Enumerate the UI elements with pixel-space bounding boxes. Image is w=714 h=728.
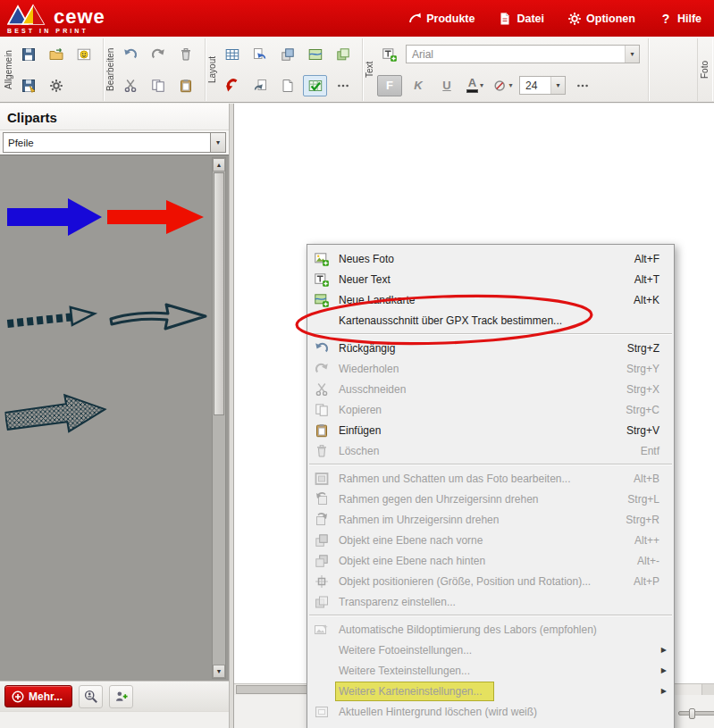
menu-icon-spacer — [315, 664, 329, 678]
grid-button[interactable] — [220, 44, 244, 65]
menu-item-automatische-bildoptimierung-des-labors-empfohle[interactable]: Automatische Bildoptimierung des Labors … — [307, 619, 674, 640]
font-family-value: Arial — [407, 48, 625, 61]
options-gear-icon — [567, 12, 582, 26]
fill-color-button[interactable]: ▾ — [491, 75, 515, 96]
clipart-red-arrow[interactable] — [107, 200, 204, 237]
chevron-down-icon[interactable]: ▾ — [550, 77, 565, 94]
toolbar-section-label: Text — [365, 39, 375, 100]
new-text-icon — [315, 272, 329, 287]
bring-forward-button[interactable] — [275, 44, 299, 65]
header-menu-produkte[interactable]: Produkte — [407, 12, 475, 26]
menu-item-neuer-text[interactable]: Neuer TextAlt+T — [307, 269, 674, 289]
add-cliparts-button[interactable] — [109, 685, 133, 708]
text-more-button[interactable] — [570, 75, 594, 96]
menu-item-transparenz-einstellen[interactable]: Transparenz einstellen... — [307, 591, 674, 612]
menu-item-aktuellen-hintergrund-loschen-wird-weiss[interactable]: Aktuellen Hintergrund löschen (wird weiß… — [307, 701, 674, 722]
menu-item-kopieren[interactable]: KopierenStrg+C — [307, 399, 674, 420]
cut-icon — [315, 382, 329, 397]
page-layout-button[interactable] — [275, 75, 299, 96]
cut-button[interactable] — [118, 75, 142, 96]
submenu-arrow-icon: ▶ — [661, 646, 667, 654]
clipart-sketch-arrow[interactable] — [4, 297, 103, 339]
export-button[interactable] — [44, 44, 68, 65]
insert-map-button[interactable] — [303, 44, 327, 65]
rotate-page-right-button[interactable] — [248, 75, 272, 96]
snap-grid-button[interactable] — [303, 75, 327, 96]
scroll-down-icon[interactable]: ▼ — [213, 665, 225, 678]
position-icon — [315, 574, 329, 589]
menu-item-weitere-fotoeinstellungen[interactable]: Weitere Fotoeinstellungen...▶ — [307, 640, 674, 660]
delete-button[interactable] — [173, 44, 197, 65]
redo-button[interactable] — [146, 44, 170, 65]
menu-item-neue-landkarte[interactable]: Neue LandkarteAlt+K — [307, 289, 674, 310]
undo-button[interactable] — [118, 44, 142, 65]
header-menu-optionen[interactable]: Optionen — [567, 12, 635, 26]
trash-icon — [315, 444, 329, 458]
rotate-ccw-icon — [315, 492, 329, 506]
undo-layout-button[interactable] — [220, 75, 244, 96]
paste-button[interactable] — [173, 75, 197, 96]
menu-item-rahmen-und-schatten-um-das-foto-bearbeiten[interactable]: Rahmen und Schatten um das Foto bearbeit… — [307, 468, 674, 489]
gear-icon — [49, 79, 63, 93]
settings-button[interactable] — [44, 75, 68, 96]
layout-more-button[interactable] — [331, 75, 355, 96]
font-family-select[interactable]: Arial ▾ — [406, 45, 640, 63]
italic-button[interactable]: K — [406, 75, 431, 96]
rotate-page-left-button[interactable] — [248, 44, 272, 65]
menu-item-objekt-positionieren-grosse-position-und-rotatio[interactable]: Objekt positionieren (Größe, Position un… — [307, 571, 674, 591]
menu-item-einfugen[interactable]: EinfügenStrg+V — [307, 420, 674, 440]
hscrollbar-thumb[interactable] — [236, 685, 313, 694]
chevron-down-icon[interactable]: ▾ — [210, 133, 225, 152]
menu-item-weitere-texteinstellungen[interactable]: Weitere Texteinstellungen...▶ — [307, 660, 674, 681]
save-as-button[interactable] — [16, 75, 40, 96]
menu-item-rahmen-im-uhrzeigersinn-drehen[interactable]: Rahmen im Uhrzeigersinn drehenStrg+R — [307, 509, 674, 530]
menu-item-objekt-eine-ebene-nach-hinten[interactable]: Objekt eine Ebene nach hintenAlt+- — [307, 550, 674, 571]
cliparts-scrollbar[interactable]: ▲ ▼ — [212, 157, 226, 679]
clipart-outline-arrow[interactable] — [109, 297, 211, 339]
menu-item-kartenausschnitt-uber-gpx-track-bestimmen[interactable]: Kartenausschnitt über GPX Track bestimme… — [307, 310, 674, 331]
more-cliparts-button[interactable]: Mehr... — [4, 685, 72, 707]
trash-icon — [179, 47, 193, 62]
header-menu-hilfe[interactable]: ?Hilfe — [659, 12, 701, 26]
toolbar-section-allgemein: Allgemein — [2, 38, 104, 101]
menu-item-wiederholen[interactable]: WiederholenStrg+Y — [307, 358, 674, 379]
scroll-up-icon[interactable]: ▲ — [213, 158, 225, 172]
layers-button[interactable] — [331, 44, 355, 65]
clipart-category-select[interactable]: Pfeile ▾ — [3, 132, 226, 153]
zoom-slider[interactable] — [678, 711, 714, 715]
my-photos-button[interactable] — [71, 44, 96, 65]
bold-button[interactable]: F — [377, 75, 402, 96]
scrollbar-thumb[interactable] — [214, 172, 224, 415]
underline-button[interactable]: U — [434, 75, 459, 96]
new-text-button[interactable] — [377, 44, 401, 65]
clipart-crosshatch-arrow[interactable] — [4, 389, 109, 446]
copy-button[interactable] — [146, 75, 170, 96]
header-menu-datei[interactable]: Datei — [498, 12, 544, 26]
menu-item-weitere-karteneinstellungen[interactable]: Weitere Karteneinstellungen...▶ — [307, 681, 674, 701]
scrollbar-corner — [701, 684, 714, 695]
menu-item-ausschneiden[interactable]: AusschneidenStrg+X — [307, 379, 674, 399]
search-own-cliparts-button[interactable] — [79, 685, 103, 708]
menu-item-label: Transparenz einstellen... — [339, 596, 456, 608]
font-size-select[interactable]: 24 ▾ — [519, 76, 566, 95]
font-color-button[interactable]: A ▾ — [463, 75, 487, 96]
menu-item-rahmen-gegen-den-uhrzeigersinn-drehen[interactable]: Rahmen gegen den Uhrzeigersinn drehenStr… — [307, 489, 674, 509]
menu-item-ruckgangig[interactable]: RückgängigStrg+Z — [307, 338, 674, 358]
menu-item-neues-foto[interactable]: Neues FotoAlt+F — [307, 248, 674, 269]
save-button[interactable] — [16, 44, 40, 65]
person-search-icon — [84, 690, 98, 704]
menu-icon-spacer — [315, 643, 329, 657]
clipart-list: ▲ ▼ — [0, 155, 229, 681]
chevron-down-icon[interactable]: ▾ — [625, 46, 639, 63]
toolbar-section-bearbeiten: Bearbeiten — [104, 38, 206, 101]
menu-item-loschen[interactable]: LöschenEntf — [307, 440, 674, 461]
help-icon: ? — [659, 12, 673, 26]
panel-title: Cliparts — [0, 104, 229, 130]
menu-item-label: Rahmen gegen den Uhrzeigersinn drehen — [339, 493, 538, 506]
clipart-blue-arrow[interactable] — [7, 197, 102, 240]
menu-item-objekt-eine-ebene-nach-vorne[interactable]: Objekt eine Ebene nach vorneAlt++ — [307, 530, 674, 550]
menu-item-label: Automatische Bildoptimierung des Labors … — [339, 623, 597, 636]
zoom-slider-thumb[interactable] — [689, 708, 695, 719]
menu-separator — [309, 464, 672, 465]
paste-icon — [315, 423, 329, 438]
